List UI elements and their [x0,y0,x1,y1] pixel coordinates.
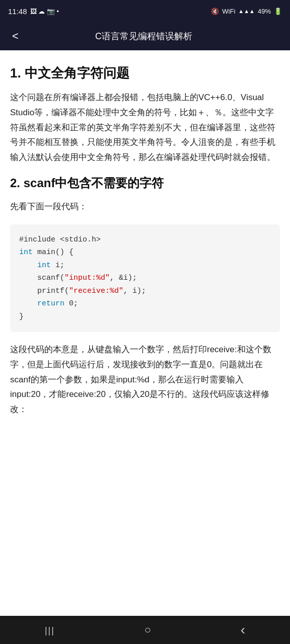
status-indicators: 🔇 WiFi ▲▲▲ 49% 🔋 [211,8,282,15]
back-button[interactable]: < [8,26,23,47]
bottom-nav-home[interactable] [134,619,161,640]
bottom-nav-back[interactable] [231,618,255,642]
nav-bar: < C语言常见编程错误解析 [0,22,290,50]
battery-display: 49% [258,8,271,15]
section-1-heading: 1. 中文全角字符问题 [10,64,280,82]
status-bar: 11:48 🖼 ☁ 📷 • 🔇 WiFi ▲▲▲ 49% 🔋 [0,0,290,22]
section-1: 1. 中文全角字符问题 这个问题在所有编译器上都会报错，包括电脑上的VC++6.… [10,64,280,165]
mute-icon: 🔇 [211,8,219,15]
back-icon [241,622,245,638]
home-icon [144,623,151,636]
section-2-intro: 先看下面一段代码： [10,199,280,214]
code-line-6: return 0; [19,297,271,310]
bottom-nav [0,616,290,644]
section-2-paragraph: 这段代码的本意是，从键盘输入一个数字，然后打印receive:和这个数字，但是上… [10,342,280,417]
code-line-3: int i; [19,259,271,272]
notification-icons: 🖼 ☁ 📷 • [30,8,59,15]
code-line-7: } [19,310,271,324]
code-line-5: printf("receive:%d", i); [19,285,271,298]
status-time: 11:48 🖼 ☁ 📷 • [8,7,59,16]
wifi-icon: WiFi [222,8,235,15]
signal-icon: ▲▲▲ [238,8,255,14]
menu-icon [45,623,55,636]
code-block: #include <stdio.h> int main() { int i; s… [10,224,280,333]
content-area: 1. 中文全角字符问题 这个问题在所有编译器上都会报错，包括电脑上的VC++6.… [0,50,290,616]
section-1-paragraph: 这个问题在所有编译器上都会报错，包括电脑上的VC++6.0、Visual Stu… [10,90,280,165]
section-2-heading: 2. scanf中包含不需要的字符 [10,175,280,191]
time-display: 11:48 [8,7,27,16]
code-line-1: #include <stdio.h> [19,233,271,247]
bottom-nav-menu[interactable] [35,619,65,640]
code-line-4: scanf("input:%d", &i); [19,272,271,285]
page-title: C语言常见编程错误解析 [29,30,259,42]
section-2: 2. scanf中包含不需要的字符 先看下面一段代码： #include <st… [10,175,280,417]
battery-icon: 🔋 [274,8,282,15]
code-line-2: int main() { [19,246,271,259]
